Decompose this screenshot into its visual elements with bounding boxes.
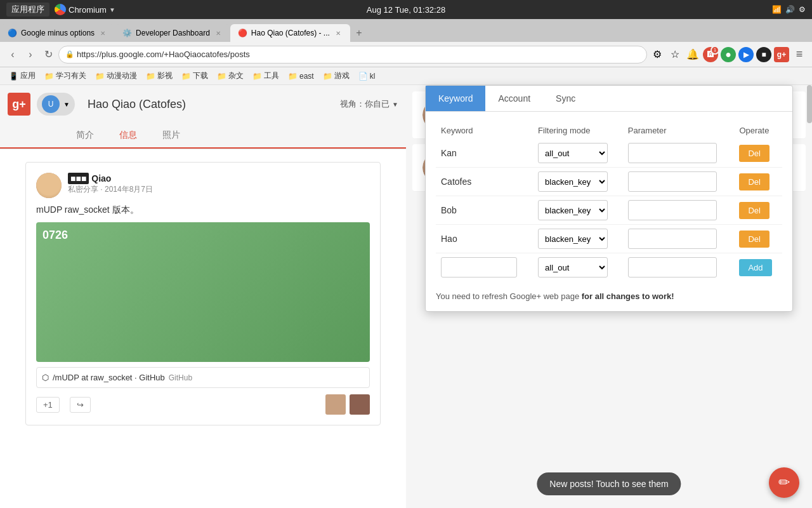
add-row: all_out blacken_key highlight Add bbox=[436, 253, 782, 282]
bookmark-anime[interactable]: 📁 动漫动漫 bbox=[91, 69, 141, 83]
share-button[interactable]: ↪ bbox=[70, 397, 91, 413]
menu-button[interactable]: ≡ bbox=[792, 47, 807, 62]
bookmark-apps[interactable]: 📱 应用 bbox=[5, 69, 39, 83]
bookmark-download[interactable]: 📁 下载 bbox=[178, 69, 212, 83]
tab-close-3[interactable]: ✕ bbox=[334, 29, 343, 37]
extensions-icon[interactable]: ⚙ bbox=[650, 47, 665, 62]
add-button[interactable]: Add bbox=[739, 259, 771, 276]
kw-param-input-3[interactable] bbox=[628, 200, 717, 220]
avatar-face bbox=[36, 173, 62, 198]
gplus-tab-photos[interactable]: 照片 bbox=[150, 123, 193, 147]
bookmark-games[interactable]: 📁 游戏 bbox=[319, 69, 353, 83]
table-row: Kan all_out blacken_key highlight Del bbox=[436, 139, 782, 168]
scrollbar-track[interactable] bbox=[807, 85, 812, 508]
apps-icon: 📱 bbox=[9, 72, 18, 81]
gplus-user-avatar: U bbox=[42, 95, 60, 113]
bookmark-star-icon[interactable]: ☆ bbox=[667, 47, 683, 62]
tab-label-1: Google minus options bbox=[21, 29, 95, 37]
ext-green-icon[interactable]: ● bbox=[721, 47, 736, 62]
kw-mode-select-2[interactable]: all_out blacken_key highlight bbox=[538, 171, 608, 192]
toast-text: New posts! Touch to see them bbox=[549, 479, 668, 489]
url-bar[interactable]: 🔒 https://plus.google.com/+HaoQiaocatofe… bbox=[58, 46, 647, 64]
ext-tab-account[interactable]: Account bbox=[485, 86, 543, 111]
gplus-header: g+ U ▼ Hao Qiao (Catofes) 视角：你自已 ▼ 简介 信息 bbox=[0, 85, 406, 149]
file-icon-1: 📄 bbox=[358, 72, 368, 81]
ext-tab-sync[interactable]: Sync bbox=[543, 86, 588, 111]
gplus-tab-profile[interactable]: 简介 bbox=[63, 123, 107, 147]
bookmark-east[interactable]: 📁 east bbox=[284, 70, 318, 82]
kw-param-input-1[interactable] bbox=[628, 143, 717, 163]
notice-emphasis: for all changes to work! bbox=[582, 291, 674, 301]
gplus-user-menu[interactable]: U ▼ bbox=[37, 93, 75, 116]
folder-icon-2: 📁 bbox=[95, 72, 105, 81]
ext-tab-account-label: Account bbox=[498, 93, 530, 104]
plus-one-button[interactable]: +1 bbox=[36, 397, 60, 413]
tab-close-1[interactable]: ✕ bbox=[98, 29, 107, 37]
new-mode-select[interactable]: all_out blacken_key highlight bbox=[538, 257, 608, 277]
tab-bar: 🔵 Google minus options ✕ ⚙️ Developer Da… bbox=[0, 19, 812, 42]
gplus-page: g+ U ▼ Hao Qiao (Catofes) 视角：你自已 ▼ 简介 信息 bbox=[0, 85, 406, 508]
post-meta: 私密分享 · 2014年8月7日 bbox=[68, 184, 153, 195]
back-button[interactable]: ‹ bbox=[5, 47, 20, 62]
author-last-name: Qiao bbox=[91, 173, 111, 184]
bookmark-movies[interactable]: 📁 影视 bbox=[142, 69, 176, 83]
del-button-4[interactable]: Del bbox=[739, 231, 769, 248]
scrollbar-thumb[interactable] bbox=[807, 85, 812, 123]
app-menu[interactable]: 应用程序 bbox=[6, 3, 49, 17]
new-keyword-input[interactable] bbox=[441, 257, 517, 277]
fab-button[interactable]: ✏ bbox=[769, 467, 799, 498]
chromium-browser-btn[interactable]: Chromium ▼ bbox=[55, 4, 115, 15]
del-button-2[interactable]: Del bbox=[739, 173, 769, 190]
del-button-3[interactable]: Del bbox=[739, 202, 769, 219]
post-image-placeholder: 0726 bbox=[36, 222, 370, 362]
kw-mode-select-3[interactable]: all_out blacken_key highlight bbox=[538, 200, 608, 220]
tab-close-2[interactable]: ✕ bbox=[214, 29, 223, 37]
post-images-thumb bbox=[325, 394, 370, 415]
tab-favicon-2: ⚙️ bbox=[122, 29, 132, 37]
bookmark-articles[interactable]: 📁 杂文 bbox=[213, 69, 247, 83]
gplus-perspective-selector[interactable]: 视角：你自已 ▼ bbox=[340, 98, 398, 110]
ext-gplus-icon[interactable]: g+ bbox=[774, 47, 789, 62]
reload-button[interactable]: ↻ bbox=[41, 47, 56, 62]
os-bar: 应用程序 Chromium ▼ Aug 12 Tue, 01:32:28 📶 🔊… bbox=[0, 0, 812, 19]
new-posts-toast[interactable]: New posts! Touch to see them bbox=[537, 472, 681, 495]
ext-red-icon[interactable]: 1 🅰 bbox=[703, 47, 718, 62]
forward-button[interactable]: › bbox=[23, 47, 38, 62]
ext-tab-keyword[interactable]: Keyword bbox=[426, 86, 485, 111]
extension-popup: Keyword Account Sync Keyword Filtering m… bbox=[425, 85, 793, 312]
volume-icon: 🔊 bbox=[785, 5, 795, 14]
col-header-parameter: Parameter bbox=[623, 122, 735, 139]
wifi-icon: 📶 bbox=[772, 5, 782, 14]
kw-mode-select-1[interactable]: all_out blacken_key highlight bbox=[538, 143, 608, 163]
bookmark-study[interactable]: 📁 学习有关 bbox=[41, 69, 90, 83]
bookmark-kl[interactable]: 📄 kl bbox=[355, 70, 379, 82]
os-bar-left: 应用程序 Chromium ▼ bbox=[6, 3, 115, 17]
notification-icon[interactable]: 🔔 bbox=[685, 47, 700, 62]
settings-icon[interactable]: ⚙ bbox=[799, 5, 806, 14]
del-button-1[interactable]: Del bbox=[739, 145, 769, 162]
tab-label-2: Developer Dashboard bbox=[136, 29, 210, 37]
thumb-2 bbox=[350, 394, 370, 415]
perspective-dropdown-icon: ▼ bbox=[392, 101, 398, 108]
kw-param-input-4[interactable] bbox=[628, 229, 717, 249]
gplus-tab-info[interactable]: 信息 bbox=[107, 123, 150, 149]
new-tab-button[interactable]: + bbox=[350, 24, 368, 42]
ext-tab-keyword-label: Keyword bbox=[438, 93, 473, 104]
url-lock-icon: 🔒 bbox=[65, 50, 74, 58]
folder-icon-6: 📁 bbox=[252, 72, 262, 81]
share-icon: ↪ bbox=[77, 400, 84, 410]
chromium-label: Chromium bbox=[69, 5, 107, 15]
notice-text: You need to refresh Google+ web page bbox=[436, 291, 582, 301]
github-link[interactable]: ⬡ /mUDP at raw_socket · GitHub GitHub bbox=[36, 367, 370, 388]
page-content: g+ U ▼ Hao Qiao (Catofes) 视角：你自已 ▼ 简介 信息 bbox=[0, 85, 812, 508]
new-param-input[interactable] bbox=[628, 257, 717, 277]
tab-developer-dashboard[interactable]: ⚙️ Developer Dashboard ✕ bbox=[115, 24, 230, 42]
kw-mode-select-4[interactable]: all_out blacken_key highlight bbox=[538, 229, 608, 249]
tab-google-minus[interactable]: 🔵 Google minus options ✕ bbox=[0, 24, 115, 42]
bookmark-tools[interactable]: 📁 工具 bbox=[249, 69, 283, 83]
tab-hao-qiao[interactable]: 🔴 Hao Qiao (Catofes) - ... ✕ bbox=[230, 24, 350, 42]
ext-play-icon[interactable]: ▶ bbox=[738, 47, 754, 62]
kw-param-input-2[interactable] bbox=[628, 171, 717, 192]
ext-black-icon[interactable]: ■ bbox=[756, 47, 771, 62]
table-row: Hao all_out blacken_key highlight Del bbox=[436, 225, 782, 253]
